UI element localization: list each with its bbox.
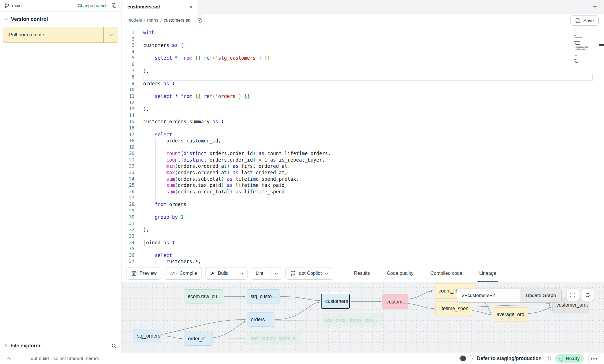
lineage-selector-input[interactable]: 2+customers+2	[457, 289, 520, 303]
code-line[interactable]: 32),	[121, 227, 604, 233]
close-tab-icon[interactable]: ×	[189, 4, 193, 10]
lineage-node-orders[interactable]: orders	[247, 312, 275, 327]
compile-button[interactable]: </> Compile	[165, 267, 202, 280]
update-graph-button[interactable]: Update Graph	[520, 289, 562, 303]
lineage-node-customers-export[interactable]: custom…	[382, 294, 408, 309]
dbt-copilot-button[interactable]: dbt Copilot	[286, 267, 333, 280]
refresh-graph-button[interactable]	[581, 289, 594, 301]
lineage-node-order-items[interactable]: order_it…	[184, 332, 213, 346]
breadcrumb-separator: /	[144, 18, 145, 23]
code-line[interactable]: 19	[121, 144, 604, 151]
line-number: 36	[121, 252, 137, 259]
help-icon[interactable]: ?	[546, 356, 551, 361]
lineage-node-customers[interactable]: customers	[321, 294, 350, 309]
status-bar: dbt build --select <model_name> Defer to…	[0, 353, 604, 364]
lineage-node-ecom-raw-customers[interactable]: ecom.raw_cu…	[184, 289, 224, 303]
code-line[interactable]: 34joined as (	[121, 240, 604, 246]
code-line[interactable]: 13),	[121, 106, 604, 112]
code-line[interactable]: 12	[121, 100, 604, 106]
lineage-panel[interactable]: ecom.raw_cu…stg_custo…stg_ordersorder_it…	[121, 282, 604, 353]
panel-tab-results[interactable]: Results	[352, 265, 372, 282]
code-line[interactable]: 24 sum(orders.subtotal) as lifetime_spen…	[121, 176, 604, 182]
code-editor[interactable]: 1with23customers as (45 select * from {{…	[121, 27, 604, 265]
code-line[interactable]: 37 customers.*,	[121, 258, 604, 265]
build-dropdown-caret[interactable]	[236, 267, 247, 279]
pull-dropdown-caret[interactable]	[103, 27, 118, 43]
code-line[interactable]: 11 select * from {{ ref('orders') }}	[121, 93, 604, 100]
line-number: 7	[121, 68, 137, 74]
code-line[interactable]: 33	[121, 233, 604, 240]
code-line[interactable]: 16	[121, 125, 604, 131]
line-number: 32	[121, 227, 137, 233]
code-line[interactable]: 21 count(distinct orders.order_id) > 1 a…	[121, 157, 604, 163]
code-line[interactable]: 2	[121, 36, 604, 43]
lineage-node-lifetime-spend[interactable]: lifetime_spen…	[435, 301, 472, 316]
version-control-label: Version control	[11, 16, 48, 22]
code-line[interactable]: 31	[121, 220, 604, 227]
code-line[interactable]: 23 max(orders.ordered_at) as last_ordere…	[121, 169, 604, 176]
save-label: Save	[583, 18, 594, 23]
code-line[interactable]: 14	[121, 112, 604, 119]
open-in-docs-compass-button[interactable]	[195, 15, 205, 25]
code-line[interactable]: 6	[121, 61, 604, 68]
search-icon[interactable]	[111, 343, 117, 349]
code-line[interactable]: 30 group by 1	[121, 214, 604, 220]
overflow-menu-button[interactable]: ●●●	[588, 354, 600, 363]
lint-button[interactable]: Lint	[251, 267, 268, 279]
build-button[interactable]: Build	[205, 267, 233, 279]
command-bar-expand-button[interactable]	[0, 353, 17, 364]
lineage-node-average-order[interactable]: average_ord…	[493, 307, 528, 321]
panel-tab-lineage[interactable]: Lineage	[477, 265, 498, 282]
status-bar-right: Defer to staging/production ? Ready ●●●	[459, 354, 600, 363]
lint-dropdown-caret[interactable]	[271, 267, 282, 279]
code-line[interactable]: 18 orders.customer_id,	[121, 138, 604, 144]
git-branch-icon	[5, 3, 10, 8]
save-button[interactable]: Save	[570, 15, 599, 26]
code-line[interactable]: 28 from orders	[121, 201, 604, 208]
code-line[interactable]: 8	[121, 74, 604, 81]
line-number: 35	[121, 246, 137, 252]
line-number: 34	[121, 240, 137, 246]
code-line[interactable]: 9orders as (	[121, 81, 604, 87]
editor-scrollbar-thumb[interactable]	[599, 44, 604, 46]
tab-customers-sql[interactable]: customers.sql ×	[121, 0, 198, 14]
code-line[interactable]: 3customers as (	[121, 42, 604, 49]
code-line[interactable]: 29	[121, 208, 604, 214]
lineage-node-stg-orders[interactable]: stg_orders	[133, 329, 161, 343]
code-line[interactable]: 10	[121, 87, 604, 93]
panel-tab-code-quality[interactable]: Code quality	[385, 265, 415, 282]
copy-icon[interactable]	[112, 3, 117, 8]
fullscreen-button[interactable]	[566, 289, 579, 301]
breadcrumb-models[interactable]: models	[127, 18, 142, 23]
save-icon	[575, 18, 581, 23]
breadcrumb-marts[interactable]: marts	[147, 18, 158, 23]
code-line[interactable]: 5 select * from {{ ref('stg_customers') …	[121, 55, 604, 61]
code-line[interactable]: 22 min(orders.ordered_at) as first_order…	[121, 163, 604, 169]
code-line[interactable]: 35	[121, 246, 604, 252]
line-number: 17	[121, 131, 137, 138]
editor-minimap[interactable]	[574, 28, 596, 63]
code-line[interactable]: 4	[121, 49, 604, 55]
code-line[interactable]: 7),	[121, 68, 604, 74]
command-input[interactable]: dbt build --select <model_name>	[31, 356, 459, 361]
code-line[interactable]: 17 select	[121, 131, 604, 138]
lineage-node-stg-customers[interactable]: stg_custo…	[247, 289, 280, 303]
version-control-header[interactable]: Version control	[0, 12, 121, 25]
pull-from-remote-button[interactable]: Pull from remote	[3, 27, 118, 43]
preview-button[interactable]: Preview	[127, 267, 161, 280]
line-number: 25	[121, 182, 137, 189]
code-line[interactable]: 1with	[121, 30, 604, 36]
defer-toggle[interactable]	[459, 355, 473, 362]
code-line[interactable]: 20 count(distinct orders.order_id) as co…	[121, 150, 604, 157]
status-badge[interactable]: Ready	[555, 354, 584, 363]
code-line[interactable]: 15customer_orders_summary as (	[121, 119, 604, 125]
new-tab-button[interactable]: +	[590, 2, 599, 11]
code-line[interactable]: 27	[121, 195, 604, 201]
editor-scrollbar[interactable]	[599, 27, 604, 265]
file-explorer-header[interactable]: File explorer	[0, 339, 121, 353]
code-line[interactable]: 36 select	[121, 252, 604, 259]
panel-tab-compiled-code[interactable]: Compiled code	[429, 265, 464, 282]
code-line[interactable]: 26 sum(orders.order_total) as lifetime_s…	[121, 189, 604, 195]
code-line[interactable]: 25 sum(orders.tax_paid) as lifetime_tax_…	[121, 182, 604, 189]
change-branch-link[interactable]: Change branch	[78, 3, 108, 8]
